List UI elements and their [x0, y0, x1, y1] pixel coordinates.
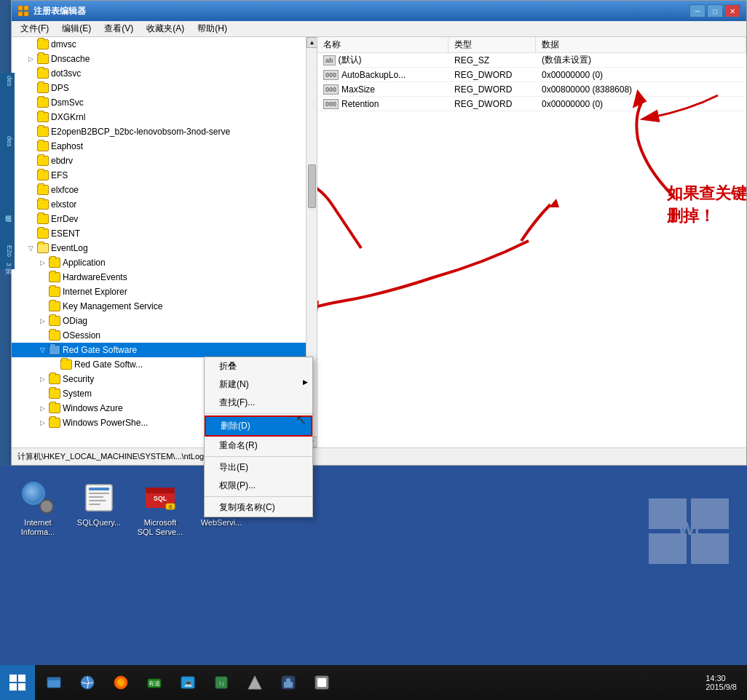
- tree-label: EventLog: [51, 243, 88, 253]
- tree-label: elxstor: [51, 199, 76, 210]
- tree-item-dmvsc[interactable]: dmvsc: [12, 37, 317, 52]
- taskbar-item-6[interactable]: ↑↓: [205, 668, 237, 697]
- tree-item-hardwareevents[interactable]: HardwareEvents: [12, 270, 317, 285]
- tree-label: DXGKrnl: [51, 112, 85, 122]
- tree-item-internet-explorer[interactable]: Internet Explorer: [12, 285, 317, 299]
- tree-arrow: [38, 302, 47, 311]
- ctx-export[interactable]: 导出(E): [205, 458, 312, 477]
- desktop-icon-iis[interactable]: Internet Informa...: [15, 480, 61, 537]
- folder-icon: [37, 39, 49, 49]
- tree-arrow: [26, 156, 35, 165]
- menu-view[interactable]: 查看(V): [98, 21, 139, 36]
- svg-rect-11: [89, 493, 109, 494]
- ctx-rename[interactable]: 重命名(R): [205, 437, 312, 455]
- folder-icon: [49, 418, 60, 428]
- ctx-permissions[interactable]: 权限(P)...: [205, 477, 312, 495]
- svg-rect-25: [9, 675, 17, 682]
- taskbar-item-2[interactable]: [71, 668, 103, 697]
- tree-item-ebdrv[interactable]: ebdrv: [12, 154, 317, 168]
- desktop-icon-sqlquery[interactable]: SQLQuery...: [76, 480, 122, 537]
- folder-icon: [49, 374, 60, 384]
- right-panel: 名称 类型 数据 ab (默认) REG_SZ (数值未设置): [317, 37, 746, 448]
- close-button[interactable]: ✕: [724, 4, 740, 17]
- col-header-name[interactable]: 名称: [317, 37, 448, 52]
- reg-row-maxsize[interactable]: 000 MaxSize REG_DWORD 0x00800000 (838860…: [317, 82, 746, 97]
- svg-rect-26: [18, 675, 25, 682]
- reg-name-default: (默认): [339, 54, 362, 66]
- tree-label: DsmSvc: [51, 98, 84, 108]
- regedit-window: 注册表编辑器 ─ □ ✕ 文件(F) 编辑(E) 查看(V) 收藏夹(A) 帮助…: [11, 0, 747, 466]
- ctx-find[interactable]: 查找(F)...: [205, 394, 312, 412]
- folder-icon: [37, 98, 49, 108]
- ctx-new[interactable]: 新建(N): [205, 375, 312, 394]
- tree-item-redgate[interactable]: ▽ Red Gate Software: [12, 343, 317, 357]
- tree-arrow: [38, 331, 47, 340]
- menu-edit[interactable]: 编辑(E): [56, 21, 97, 36]
- tree-item-dps[interactable]: DPS: [12, 81, 317, 95]
- webservices-label: WebServi...: [201, 518, 242, 528]
- menu-help[interactable]: 帮助(H): [191, 21, 233, 36]
- desktop-icon-mssql[interactable]: SQL ⚙ Microsoft SQL Serve...: [137, 480, 183, 537]
- tree-arrow: [26, 229, 35, 238]
- tree-item-dnscache[interactable]: ▷ Dnscache: [12, 52, 317, 66]
- tree-item-eventlog[interactable]: ▽ EventLog: [12, 241, 317, 255]
- tree-arrow: [26, 200, 35, 209]
- taskbar-item-7[interactable]: [239, 668, 271, 697]
- tree-arrow: [38, 389, 47, 398]
- tree-item-dsmsvc[interactable]: DsmSvc: [12, 95, 317, 110]
- menu-bar: 文件(F) 编辑(E) 查看(V) 收藏夹(A) 帮助(H): [12, 21, 746, 37]
- tree-item-application[interactable]: ▷ Application: [12, 255, 317, 270]
- tree-item-dot3svc[interactable]: dot3svc: [12, 66, 317, 81]
- tree-item-key-management[interactable]: Key Management Service: [12, 299, 317, 314]
- start-button[interactable]: [0, 665, 35, 700]
- minimize-button[interactable]: ─: [689, 4, 706, 17]
- tree-item-eaphost[interactable]: Eaphost: [12, 139, 317, 154]
- svg-rect-0: [18, 6, 23, 10]
- scroll-thumb[interactable]: [308, 164, 316, 208]
- col-header-data[interactable]: 数据: [536, 37, 746, 52]
- col-header-type[interactable]: 类型: [448, 37, 536, 52]
- taskbar-item-1[interactable]: [38, 668, 70, 697]
- sqlquery-label: SQLQuery...: [77, 518, 121, 528]
- title-bar: 注册表编辑器 ─ □ ✕: [12, 1, 746, 21]
- ctx-collapse[interactable]: 折叠: [205, 357, 312, 375]
- svg-rect-1: [24, 6, 28, 10]
- taskbar-item-8[interactable]: [272, 668, 304, 697]
- tree-label: Eaphost: [51, 141, 83, 151]
- taskbar-item-9[interactable]: [306, 668, 338, 697]
- reg-row-default[interactable]: ab (默认) REG_SZ (数值未设置): [317, 53, 746, 68]
- tree-item-efs[interactable]: EFS: [12, 168, 317, 183]
- reg-row-autobackup[interactable]: 000 AutoBackupLo... REG_DWORD 0x00000000…: [317, 68, 746, 82]
- tree-label: dmvsc: [51, 39, 76, 49]
- tree-item-dxgkrnl[interactable]: DXGKrnl: [12, 110, 317, 124]
- taskbar-item-4[interactable]: 有道: [138, 668, 170, 697]
- taskbar-item-3[interactable]: [105, 668, 137, 697]
- taskbar-item-5[interactable]: 💻: [172, 668, 204, 697]
- tree-item-elxfcoe[interactable]: elxfcoe: [12, 183, 317, 197]
- svg-point-31: [81, 676, 94, 689]
- maximize-button[interactable]: □: [707, 4, 723, 17]
- tree-item-odiag[interactable]: ▷ ODiag: [12, 314, 317, 328]
- menu-file[interactable]: 文件(F): [15, 21, 55, 36]
- svg-point-43: [286, 678, 290, 683]
- tree-item-e2open[interactable]: E2openB2BCP_b2bc-lenovobsom-3nod-serve: [12, 124, 317, 139]
- tree-item-esent[interactable]: ESENT: [12, 226, 317, 241]
- tree-item-osession[interactable]: OSession: [12, 328, 317, 343]
- windows-start-icon: [9, 674, 26, 691]
- folder-icon: [37, 170, 49, 180]
- tree-arrow: ▷: [38, 404, 47, 413]
- side-label-des2: des: [1, 136, 13, 147]
- ctx-delete[interactable]: 删除(D): [205, 415, 312, 437]
- ctx-copy-key[interactable]: 复制项名称(C): [205, 498, 312, 517]
- tree-item-errdev[interactable]: ErrDev: [12, 212, 317, 226]
- ctx-separator-3: [205, 496, 312, 497]
- ctx-separator-1: [205, 413, 312, 414]
- ctx-separator-2: [205, 456, 312, 457]
- reg-name-maxsize: MaxSize: [341, 84, 375, 95]
- tree-item-elxstor[interactable]: elxstor: [12, 197, 317, 212]
- reg-row-retention[interactable]: 000 Retention REG_DWORD 0x00000000 (0): [317, 97, 746, 111]
- svg-marker-6: [317, 301, 319, 312]
- menu-favorites[interactable]: 收藏夹(A): [141, 21, 190, 36]
- scroll-up-arrow[interactable]: ▲: [307, 37, 317, 48]
- folder-icon: [37, 54, 49, 64]
